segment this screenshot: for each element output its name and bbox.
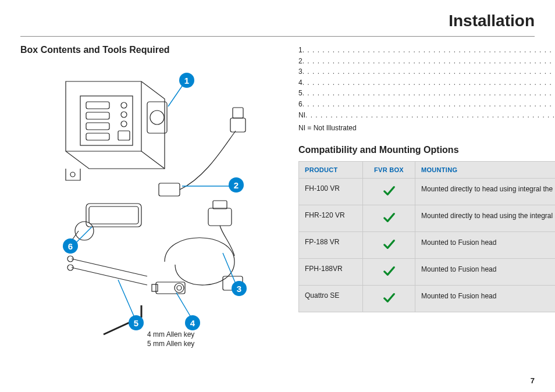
svg-rect-1 bbox=[86, 102, 109, 109]
cell-check bbox=[363, 259, 415, 286]
cell-mounting: Mounted to Fusion head bbox=[415, 286, 556, 312]
parts-row: 2VR Interface Cable bbox=[298, 56, 555, 67]
svg-rect-22 bbox=[152, 284, 158, 291]
svg-point-11 bbox=[70, 172, 75, 177]
th-mounting: MOUNTING bbox=[415, 162, 556, 179]
diagram-svg bbox=[31, 61, 281, 340]
cell-product: FH-100 VR bbox=[299, 179, 363, 205]
svg-rect-4 bbox=[86, 133, 109, 140]
compatibility-heading: Compatibility and Mounting Options bbox=[298, 145, 555, 155]
table-row: FPH-188VR Mounted to Fusion head bbox=[299, 259, 556, 286]
check-icon bbox=[383, 238, 396, 251]
page: Installation Box Contents and Tools Requ… bbox=[0, 0, 555, 392]
svg-point-23 bbox=[175, 283, 184, 293]
check-icon bbox=[383, 265, 396, 277]
cell-check bbox=[363, 232, 415, 259]
svg-point-17 bbox=[75, 222, 94, 240]
dot-leader bbox=[303, 99, 555, 110]
svg-point-10 bbox=[150, 111, 164, 124]
callout-bubble-6: 6 bbox=[63, 238, 78, 254]
check-icon bbox=[383, 291, 396, 304]
box-contents-diagram: 1 2 3 4 5 6 4 mm Allen key 5 mm Allen ke… bbox=[31, 61, 281, 340]
columns: Box Contents and Tools Required bbox=[20, 45, 535, 340]
parts-num: 5 bbox=[298, 88, 303, 99]
parts-num: 3 bbox=[298, 66, 303, 77]
parts-num: 2 bbox=[298, 56, 303, 67]
dot-leader bbox=[303, 45, 555, 56]
svg-rect-18 bbox=[208, 208, 232, 226]
th-product: PRODUCT bbox=[299, 162, 363, 179]
parts-num: 1 bbox=[298, 45, 303, 56]
dot-leader bbox=[303, 56, 555, 67]
dot-leader bbox=[303, 77, 555, 88]
table-row: FH-100 VR Mounted directly to head using… bbox=[299, 179, 556, 205]
svg-point-24 bbox=[177, 286, 182, 290]
callout-bubble-4: 4 bbox=[185, 315, 200, 330]
th-fvr-box: FVR BOX bbox=[363, 162, 415, 179]
page-title: Installation bbox=[20, 12, 535, 30]
svg-line-29 bbox=[168, 84, 183, 106]
parts-row: 4USB memory stick bbox=[298, 77, 555, 88]
parts-num: 4 bbox=[298, 77, 303, 88]
check-icon bbox=[383, 184, 396, 197]
cell-check bbox=[363, 286, 415, 312]
svg-line-25 bbox=[72, 259, 147, 276]
page-number: 7 bbox=[531, 376, 535, 385]
table-header-row: PRODUCT FVR BOX MOUNTING bbox=[299, 162, 556, 179]
svg-rect-14 bbox=[233, 108, 243, 118]
cell-product: FP-188 VR bbox=[299, 232, 363, 259]
callout-bubble-1: 1 bbox=[179, 73, 194, 88]
svg-line-26 bbox=[72, 268, 147, 285]
callout-bubble-2: 2 bbox=[229, 177, 244, 193]
cell-mounting: Mounted directly to head using integral … bbox=[415, 179, 556, 205]
svg-rect-12 bbox=[159, 183, 180, 196]
ni-note: NI = Not Illustrated bbox=[298, 124, 555, 132]
svg-rect-13 bbox=[230, 118, 246, 132]
svg-rect-3 bbox=[86, 123, 109, 130]
callout-bubble-5: 5 bbox=[129, 315, 144, 330]
parts-row: 6Power supply unit (supplied for FH-100 … bbox=[298, 99, 555, 110]
allen-key-5mm: 5 mm Allen key bbox=[147, 339, 194, 348]
parts-list: 1FVR Box 2VR Interface Cable 3RS232 null… bbox=[298, 45, 555, 120]
svg-rect-15 bbox=[86, 204, 141, 227]
table-row: Quattro SE Mounted to Fusion head bbox=[299, 286, 556, 312]
dot-leader bbox=[303, 88, 555, 99]
compatibility-table: PRODUCT FVR BOX MOUNTING FH-100 VR Mount… bbox=[298, 161, 555, 312]
svg-point-6 bbox=[121, 112, 127, 117]
parts-row: NIInstallation Guide bbox=[298, 110, 555, 121]
parts-num: 6 bbox=[298, 99, 303, 110]
cell-check bbox=[363, 179, 415, 205]
svg-rect-19 bbox=[213, 201, 227, 209]
svg-rect-0 bbox=[80, 96, 133, 145]
callout-bubble-3: 3 bbox=[232, 281, 247, 296]
table-row: FHR-120 VR Mounted directly to head usin… bbox=[299, 205, 556, 232]
check-icon bbox=[383, 211, 396, 224]
cell-product: FHR-120 VR bbox=[299, 205, 363, 232]
dot-leader bbox=[305, 110, 555, 121]
parts-num: NI bbox=[298, 110, 305, 121]
box-contents-heading: Box Contents and Tools Required bbox=[20, 45, 282, 55]
dot-leader bbox=[303, 66, 555, 77]
cell-mounting: Mounted directly to head using the integ… bbox=[415, 205, 556, 232]
allen-key-4mm: 4 mm Allen key bbox=[147, 330, 194, 339]
svg-line-34 bbox=[74, 227, 92, 244]
cell-mounting: Mounted to Fusion head bbox=[415, 232, 556, 259]
right-column: 1FVR Box 2VR Interface Cable 3RS232 null… bbox=[298, 45, 555, 340]
cell-mounting: Mounted to Fusion head bbox=[415, 259, 556, 286]
svg-rect-16 bbox=[89, 206, 138, 224]
cell-product: Quattro SE bbox=[299, 286, 363, 312]
svg-rect-8 bbox=[118, 131, 130, 140]
cell-product: FPH-188VR bbox=[299, 259, 363, 286]
allen-key-note: 4 mm Allen key 5 mm Allen key bbox=[147, 330, 194, 348]
parts-row: 3RS232 null modem cable bbox=[298, 66, 555, 77]
svg-point-5 bbox=[121, 102, 127, 108]
svg-point-7 bbox=[121, 121, 127, 127]
parts-row: 1FVR Box bbox=[298, 45, 555, 56]
table-row: FP-188 VR Mounted to Fusion head bbox=[299, 232, 556, 259]
svg-line-33 bbox=[118, 280, 136, 320]
left-column: Box Contents and Tools Required bbox=[20, 45, 282, 340]
cell-check bbox=[363, 205, 415, 232]
parts-row: 5Box mounting screws bbox=[298, 88, 555, 99]
svg-rect-2 bbox=[86, 112, 109, 119]
divider bbox=[20, 36, 535, 37]
